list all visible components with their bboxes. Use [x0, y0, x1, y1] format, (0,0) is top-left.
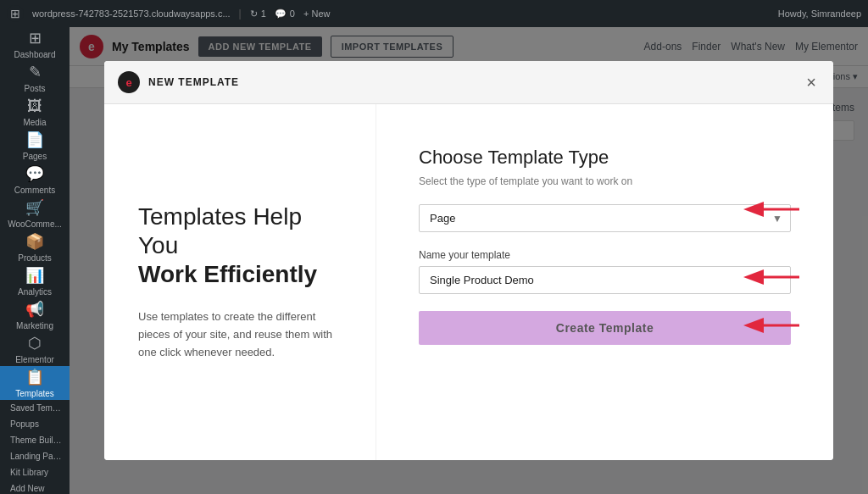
sidebar-item-comments[interactable]: 💬 Comments [0, 163, 70, 197]
modal-header: e NEW TEMPLATE × [104, 61, 833, 104]
elementor-icon: ⬡ [28, 334, 42, 352]
sidebar-item-elementor[interactable]: ⬡ Elementor [0, 332, 70, 366]
templates-icon: 📋 [25, 368, 44, 386]
new-template-modal: e NEW TEMPLATE × Templates Help You Work… [104, 61, 833, 460]
posts-icon: ✎ [29, 63, 42, 81]
modal-left-panel: Templates Help You Work Efficiently Use … [104, 104, 376, 460]
new-button[interactable]: + New [303, 8, 331, 19]
site-url: wordpress-742783-2521573.cloudwaysapps.c… [32, 8, 231, 19]
main-layout: ⊞ Dashboard ✎ Posts 🖼 Media 📄 Pages 💬 Co… [0, 27, 868, 494]
template-name-group: Name your template [419, 249, 791, 294]
dashboard-icon: ⊞ [29, 29, 42, 47]
products-icon: 📦 [25, 232, 44, 251]
sidebar-item-posts[interactable]: ✎ Posts [0, 61, 70, 95]
modal-left-heading: Templates Help You Work Efficiently [138, 203, 342, 288]
submenu-add-new[interactable]: Add New [0, 480, 70, 494]
analytics-icon: 📊 [25, 266, 44, 285]
modal-right-title: Choose Template Type [419, 147, 791, 169]
sidebar-item-analytics[interactable]: 📊 Analytics [0, 264, 70, 298]
modal-right-panel: Choose Template Type Select the type of … [376, 104, 833, 460]
sidebar-item-templates[interactable]: 📋 Templates [0, 366, 70, 400]
template-name-input[interactable] [419, 266, 791, 294]
comment-count: 0 [290, 8, 295, 19]
pages-icon: 📄 [25, 130, 44, 149]
notif-count: 1 [261, 8, 266, 19]
woocommerce-icon: 🛒 [25, 198, 44, 217]
create-template-button[interactable]: Create Template [419, 311, 791, 345]
sidebar-item-label: Dashboard [14, 50, 56, 59]
template-type-group: Page Section Popup Single Archive ▼ [419, 204, 791, 232]
wp-logo-icon[interactable]: ⊞ [7, 5, 24, 22]
modal-left-description: Use templates to create the different pi… [138, 308, 342, 361]
sidebar-item-products[interactable]: 📦 Products [0, 230, 70, 264]
templates-submenu: Saved Templa... Popups Theme Builder Lan… [0, 400, 70, 494]
comment-icon[interactable]: 💬 0 [275, 8, 295, 19]
modal-title: NEW TEMPLATE [148, 76, 239, 88]
notif-icon[interactable]: ↻ 1 [250, 8, 266, 19]
modal-close-button[interactable]: × [803, 74, 820, 91]
submenu-popups[interactable]: Popups [0, 416, 70, 432]
submenu-theme-builder[interactable]: Theme Builder [0, 432, 70, 448]
template-type-select-wrapper: Page Section Popup Single Archive ▼ [419, 204, 791, 232]
submenu-kit-library[interactable]: Kit Library [0, 464, 70, 480]
sidebar-item-woocommerce[interactable]: 🛒 WooComme... [0, 197, 70, 230]
modal-body: Templates Help You Work Efficiently Use … [104, 104, 833, 460]
submenu-saved-templates[interactable]: Saved Templa... [0, 400, 70, 416]
marketing-icon: 📢 [25, 300, 44, 319]
template-type-select[interactable]: Page Section Popup Single Archive [419, 204, 791, 232]
sidebar-item-dashboard[interactable]: ⊞ Dashboard [0, 27, 70, 61]
sidebar-item-pages[interactable]: 📄 Pages [0, 129, 70, 163]
template-name-label: Name your template [419, 249, 791, 261]
modal-overlay: e NEW TEMPLATE × Templates Help You Work… [70, 27, 868, 494]
content-area: e My Templates ADD NEW TEMPLATE IMPORT T… [70, 27, 868, 494]
modal-header-icon: e [118, 71, 140, 93]
comments-icon: 💬 [25, 164, 44, 183]
submenu-landing-pages[interactable]: Landing Pages [0, 448, 70, 464]
sidebar: ⊞ Dashboard ✎ Posts 🖼 Media 📄 Pages 💬 Co… [0, 27, 70, 494]
sidebar-item-media[interactable]: 🖼 Media [0, 95, 70, 129]
howdy-text: Howdy, Simrandeep [778, 8, 861, 19]
modal-right-subtitle: Select the type of template you want to … [419, 175, 791, 187]
sidebar-item-marketing[interactable]: 📢 Marketing [0, 298, 70, 332]
media-icon: 🖼 [27, 97, 42, 115]
admin-bar: ⊞ wordpress-742783-2521573.cloudwaysapps… [0, 0, 868, 27]
